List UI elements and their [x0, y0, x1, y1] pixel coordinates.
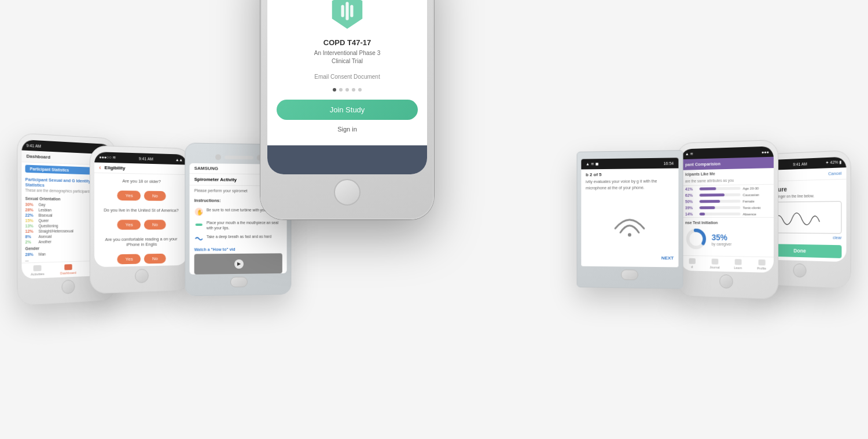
dot-4 [352, 88, 355, 92]
phone-comparison: ▲ ≋ ●●● pant Comparision icipants Like M… [676, 140, 778, 299]
journal-icon-2 [711, 259, 718, 265]
study-type: An Interventional Phase 3 Clinical Trial [314, 49, 381, 65]
question-1: Are you 18 or older? [94, 173, 187, 189]
learn-icon [734, 259, 741, 265]
mouthpiece-icon [194, 220, 204, 229]
comp-tab-d[interactable]: d [681, 258, 703, 269]
samsung-home-button[interactable] [230, 277, 248, 287]
comp-tab-journal[interactable]: Journal [703, 258, 726, 269]
android-body: ivity evaluates your voice by g it with … [586, 178, 674, 191]
dashboard-icon [64, 265, 72, 270]
tab-activities[interactable]: Activities [21, 265, 53, 277]
donut-chart-svg [685, 228, 707, 251]
status-time: 9:41 AM [27, 143, 42, 148]
samsung-brand: SAMSUNG [194, 166, 218, 171]
dot-2 [339, 88, 343, 92]
svg-rect-2 [196, 224, 203, 226]
phone-center-main: ●●○○○ ≋ 9:41 AM ✦ 42% ▮ COPD T47-17 An I… [260, 0, 434, 220]
consent-status-time: 9:41 AM [793, 162, 807, 166]
android-next: NEXT [586, 248, 674, 264]
play-button[interactable]: ▶ [234, 259, 244, 269]
svg-point-7 [628, 233, 631, 236]
no-button-3[interactable]: No [144, 254, 165, 264]
btn-row-3: Yes No [94, 251, 187, 267]
no-button-2[interactable]: No [144, 220, 165, 229]
android-header: b 2 of 5 [586, 171, 674, 178]
donut-wrap: 35% by caregiver [685, 228, 769, 251]
yes-button-2[interactable]: Yes [117, 220, 141, 230]
activities-icon [34, 265, 42, 272]
svg-rect-6 [350, 5, 353, 17]
instruction-3: Take a deep breath as fast and as hard [190, 232, 287, 246]
samsung-camera [215, 154, 221, 160]
join-study-button[interactable]: Join Study [277, 100, 418, 120]
wifi-icon [606, 202, 653, 237]
tab-dashboard[interactable]: Dashboard [53, 264, 83, 276]
center-screen-content: COPD T47-17 An Interventional Phase 3 Cl… [267, 0, 427, 145]
profile-icon [758, 259, 765, 265]
android-content: b 2 of 5 ivity evaluates your voice by g… [581, 169, 678, 268]
journal-icon [689, 258, 695, 264]
android-home-button[interactable] [621, 269, 638, 280]
email-consent-link[interactable]: Email Consent Document [314, 74, 380, 80]
center-home-button[interactable] [334, 179, 361, 206]
home-button-p6[interactable] [793, 264, 807, 278]
home-button-p5[interactable] [719, 275, 733, 289]
dot-1 [333, 88, 336, 92]
watch-video-link[interactable]: Watch a "How to" vid [190, 245, 287, 254]
back-arrow-icon[interactable]: ‹ [99, 164, 101, 171]
comp-tab-profile[interactable]: Profile [750, 259, 774, 270]
svg-rect-5 [345, 2, 348, 20]
btn-row-1: Yes No [94, 188, 187, 203]
svg-rect-4 [341, 5, 344, 17]
phone-android: ▲ ≋ ◼ 16:54 b 2 of 5 ivity evaluates you… [577, 150, 683, 289]
comp-bottom-tabs: d Journal Learn Profile [681, 255, 773, 273]
study-id: COPD T47-17 [323, 38, 371, 47]
svg-text:✋: ✋ [197, 209, 204, 216]
comp-tab-learn[interactable]: Learn [726, 259, 750, 270]
phone-eligibility: ●●●○○ ≋ 9:41 AM ▲▲ ‹ Eligibility Are you… [90, 145, 192, 294]
dot-5 [358, 88, 362, 92]
app-scene: 9:41 AM ▲ ◆ ◼ Dashboard Participant Stat… [0, 0, 868, 439]
donut-section: nse Test Initiation 35% by caregiver [681, 217, 773, 254]
wifi-animation [586, 191, 674, 249]
question-2: Do you live in the United St of America? [94, 203, 187, 218]
signin-link[interactable]: Sign in [337, 126, 357, 133]
btn-row-2: Yes No [94, 217, 187, 232]
home-button-p2[interactable] [135, 269, 148, 283]
home-button[interactable] [62, 280, 75, 294]
cancel-button[interactable]: Cancel [828, 171, 841, 177]
donut-info: 35% by caregiver [712, 232, 731, 246]
hand-icon: ✋ [194, 207, 204, 217]
samsung-speaker [225, 156, 253, 160]
status-time-p2: ●●●○○ ≋ [99, 155, 116, 160]
breath-icon [194, 234, 204, 243]
no-button-1[interactable]: No [144, 191, 165, 201]
yes-button-3[interactable]: Yes [117, 254, 141, 265]
android-status-bar: ▲ ≋ ◼ 16:54 [581, 158, 678, 169]
copd-hex-logo [327, 0, 367, 31]
donut-title: nse Test Initiation [685, 221, 769, 225]
dot-3 [345, 88, 349, 92]
comp-stat-absence: 14% Absence [681, 211, 773, 217]
comp-stat-tonic: 39% Tonic-clonic [681, 204, 773, 211]
page-dots [333, 88, 362, 92]
instruction-2: Place your mouth a the mouthpiece an sea… [190, 218, 287, 232]
question-3: Are you comfortable reading a on your iP… [94, 232, 187, 253]
video-thumbnail[interactable]: ▶ [194, 254, 282, 275]
center-bottom-bar [267, 145, 427, 174]
yes-button-1[interactable]: Yes [117, 191, 141, 201]
android-time: 16:54 [664, 161, 674, 165]
